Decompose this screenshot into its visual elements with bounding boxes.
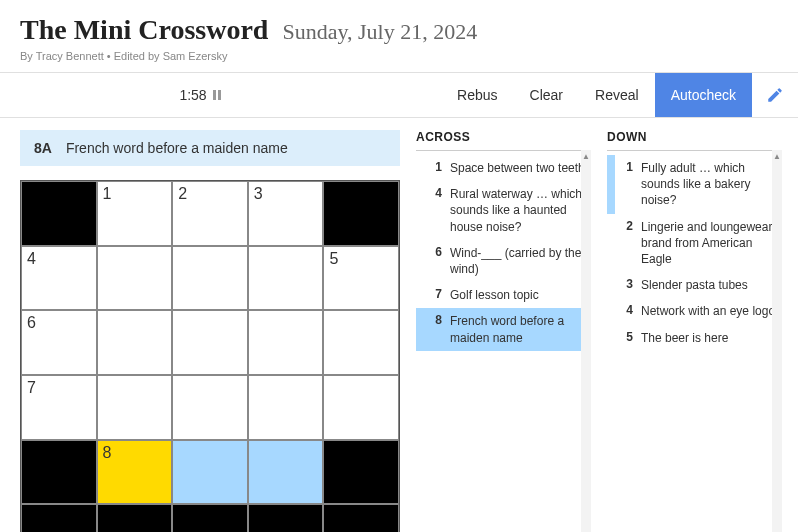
clue-number: 8 — [424, 313, 442, 345]
cell-black — [323, 181, 399, 246]
cell[interactable]: 5 — [323, 246, 399, 311]
clue-text: Wind-___ (carried by the wind) — [450, 245, 585, 277]
clue-number: 1 — [615, 160, 633, 209]
clues-panel: ACROSS 1Space between two teeth4Rural wa… — [416, 130, 782, 532]
cell[interactable] — [248, 246, 324, 311]
cell-black — [172, 504, 248, 532]
toolbar: 1:58 Rebus Clear Reveal Autocheck — [0, 73, 798, 117]
cell[interactable]: 8 — [97, 440, 173, 505]
across-list: 1Space between two teeth4Rural waterway … — [416, 155, 591, 351]
clue-number: 5 — [615, 330, 633, 346]
byline: By Tracy Bennett • Edited by Sam Ezersky — [20, 50, 782, 62]
cell-black — [21, 181, 97, 246]
cell-black — [21, 440, 97, 505]
cell[interactable] — [323, 375, 399, 440]
clue-number: 4 — [424, 186, 442, 235]
cell-black — [97, 504, 173, 532]
clue-number: 1 — [424, 160, 442, 176]
clue-text: Rural waterway … which sounds like a hau… — [450, 186, 585, 235]
clue-text: The beer is here — [641, 330, 776, 346]
down-header: DOWN — [607, 130, 782, 151]
current-clue-text: French word before a maiden name — [66, 140, 288, 156]
clue-item[interactable]: 2Lingerie and loungewear brand from Amer… — [607, 214, 782, 273]
cell[interactable] — [323, 310, 399, 375]
clue-number: 7 — [424, 287, 442, 303]
crossword-grid[interactable]: 12345678 — [20, 180, 400, 532]
main-area: 8A French word before a maiden name 1234… — [0, 118, 798, 532]
current-clue-bar[interactable]: 8A French word before a maiden name — [20, 130, 400, 166]
cell[interactable] — [248, 310, 324, 375]
clue-text: Network with an eye logo — [641, 303, 776, 319]
cell-number: 2 — [178, 185, 187, 203]
across-column: ACROSS 1Space between two teeth4Rural wa… — [416, 130, 591, 532]
cell[interactable]: 4 — [21, 246, 97, 311]
cell-number: 1 — [103, 185, 112, 203]
clue-text: French word before a maiden name — [450, 313, 585, 345]
cell[interactable]: 6 — [21, 310, 97, 375]
cell-black — [21, 504, 97, 532]
scroll-up-icon: ▲ — [772, 150, 782, 162]
page-title: The Mini Crossword — [20, 14, 268, 46]
scroll-up-icon: ▲ — [581, 150, 591, 162]
clue-text: Fully adult … which sounds like a bakery… — [641, 160, 776, 209]
cell-number: 8 — [103, 444, 112, 462]
cell-number: 3 — [254, 185, 263, 203]
clue-number: 2 — [615, 219, 633, 268]
clue-item[interactable]: 8French word before a maiden name — [416, 308, 591, 350]
cell-number: 4 — [27, 250, 36, 268]
cell[interactable] — [97, 375, 173, 440]
current-clue-number: 8A — [34, 140, 52, 156]
clue-item[interactable]: 1Space between two teeth — [416, 155, 591, 181]
scrollbar[interactable]: ▲ — [772, 150, 782, 532]
down-column: DOWN 1Fully adult … which sounds like a … — [607, 130, 782, 532]
pause-icon — [213, 90, 221, 100]
clear-button[interactable]: Clear — [514, 73, 579, 117]
clue-text: Space between two teeth — [450, 160, 585, 176]
cell-number: 5 — [329, 250, 338, 268]
clue-item[interactable]: 6Wind-___ (carried by the wind) — [416, 240, 591, 282]
clue-text: Lingerie and loungewear brand from Ameri… — [641, 219, 776, 268]
cell[interactable] — [172, 440, 248, 505]
cell[interactable]: 7 — [21, 375, 97, 440]
cell[interactable]: 2 — [172, 181, 248, 246]
clue-item[interactable]: 4Rural waterway … which sounds like a ha… — [416, 181, 591, 240]
cell[interactable] — [172, 375, 248, 440]
rebus-button[interactable]: Rebus — [441, 73, 513, 117]
pencil-button[interactable] — [752, 73, 798, 117]
clue-item[interactable]: 7Golf lesson topic — [416, 282, 591, 308]
autocheck-button[interactable]: Autocheck — [655, 73, 752, 117]
header: The Mini Crossword Sunday, July 21, 2024… — [0, 0, 798, 72]
clue-number: 3 — [615, 277, 633, 293]
cell[interactable] — [172, 310, 248, 375]
clue-text: Slender pasta tubes — [641, 277, 776, 293]
clue-text: Golf lesson topic — [450, 287, 585, 303]
cell-black — [323, 440, 399, 505]
clue-item[interactable]: 3Slender pasta tubes — [607, 272, 782, 298]
clue-number: 6 — [424, 245, 442, 277]
cell[interactable]: 3 — [248, 181, 324, 246]
cell-black — [323, 504, 399, 532]
cell-number: 7 — [27, 379, 36, 397]
timer[interactable]: 1:58 — [0, 87, 400, 103]
clue-number: 4 — [615, 303, 633, 319]
clue-item[interactable]: 4Network with an eye logo — [607, 298, 782, 324]
cell[interactable] — [97, 246, 173, 311]
cell[interactable] — [97, 310, 173, 375]
cell[interactable] — [248, 440, 324, 505]
pencil-icon — [766, 86, 784, 104]
cell-number: 6 — [27, 314, 36, 332]
cell[interactable]: 1 — [97, 181, 173, 246]
left-panel: 8A French word before a maiden name 1234… — [20, 130, 400, 532]
across-header: ACROSS — [416, 130, 591, 151]
cell[interactable] — [172, 246, 248, 311]
timer-value: 1:58 — [179, 87, 206, 103]
scrollbar[interactable]: ▲ — [581, 150, 591, 532]
clue-item[interactable]: 5The beer is here — [607, 325, 782, 351]
down-list: 1Fully adult … which sounds like a baker… — [607, 155, 782, 351]
puzzle-date: Sunday, July 21, 2024 — [282, 19, 477, 45]
clue-item[interactable]: 1Fully adult … which sounds like a baker… — [607, 155, 782, 214]
cell-black — [248, 504, 324, 532]
reveal-button[interactable]: Reveal — [579, 73, 655, 117]
cell[interactable] — [248, 375, 324, 440]
